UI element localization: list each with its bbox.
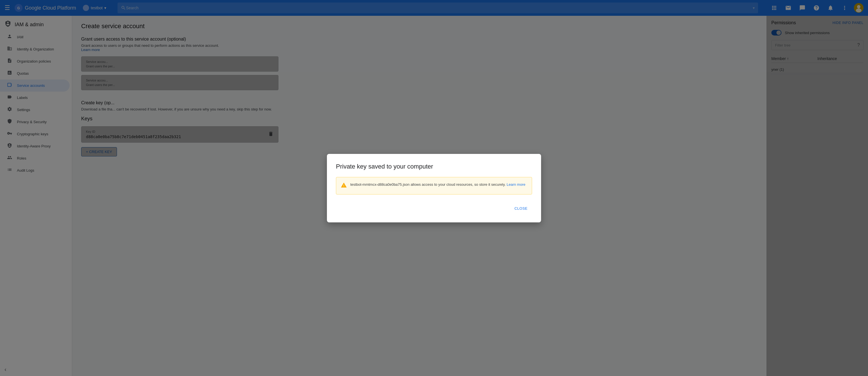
dialog-learn-more-link[interactable]: Learn more [507, 182, 525, 187]
dialog-title: Private key saved to your computer [336, 163, 532, 170]
dialog-warning: testbot-mmtmcx-d88ca0e0ba75.json allows … [336, 177, 532, 194]
warning-text: testbot-mmtmcx-d88ca0e0ba75.json allows … [350, 182, 525, 187]
dialog: Private key saved to your computer testb… [327, 154, 541, 222]
modal-overlay[interactable]: Private key saved to your computer testb… [0, 0, 868, 376]
dialog-close-button[interactable]: CLOSE [510, 203, 532, 213]
dialog-actions: CLOSE [336, 203, 532, 213]
warning-icon [341, 182, 347, 190]
